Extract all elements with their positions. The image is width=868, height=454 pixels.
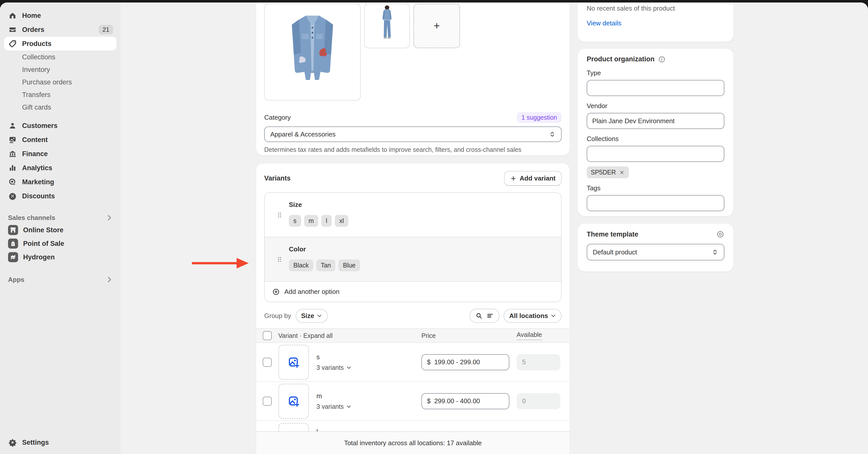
sidebar-item-home[interactable]: Home bbox=[4, 8, 117, 23]
search-filter-button[interactable] bbox=[469, 309, 500, 323]
sidebar-item-purchase-orders[interactable]: Purchase orders bbox=[4, 76, 117, 88]
info-icon[interactable] bbox=[658, 56, 665, 63]
tags-input[interactable] bbox=[587, 195, 724, 211]
view-details-link[interactable]: View details bbox=[587, 19, 621, 27]
add-another-option-button[interactable]: Add another option bbox=[265, 281, 561, 302]
variant-name: m bbox=[316, 392, 322, 400]
hydrogen-icon bbox=[8, 252, 18, 262]
denim-jacket-image bbox=[280, 10, 345, 93]
sidebar-item-transfers[interactable]: Transfers bbox=[4, 88, 117, 101]
sidebar-item-analytics[interactable]: Analytics bbox=[4, 161, 117, 175]
sidebar-item-customers[interactable]: Customers bbox=[4, 119, 117, 133]
variant-expand-toggle[interactable]: 3 variants bbox=[316, 364, 352, 371]
sidebar-item-label: Home bbox=[22, 12, 113, 20]
sidebar-item-collections[interactable]: Collections bbox=[4, 51, 117, 63]
updown-chevron-icon bbox=[549, 131, 556, 138]
header-variant-expand-all[interactable]: Variant · Expand all bbox=[278, 332, 333, 339]
sales-channels-header[interactable]: Sales channels bbox=[4, 212, 117, 223]
header-price: Price bbox=[422, 332, 436, 339]
plus-icon bbox=[510, 175, 517, 182]
sidebar-item-online-store[interactable]: Online Store bbox=[4, 223, 117, 237]
tags-label: Tags bbox=[587, 184, 724, 192]
type-input[interactable] bbox=[587, 80, 724, 96]
product-media-card: + Category 1 suggestion Apparel & Access… bbox=[256, 2, 569, 155]
locations-select[interactable]: All locations bbox=[503, 309, 562, 323]
content-icon bbox=[8, 135, 17, 144]
collection-tag-chip: SP5DER bbox=[587, 166, 629, 178]
variant-media-tile[interactable] bbox=[278, 384, 309, 419]
product-image-main[interactable] bbox=[264, 3, 361, 101]
annotation-arrow bbox=[191, 257, 249, 269]
sidebar-item-discounts[interactable]: Discounts bbox=[4, 189, 117, 203]
apps-header[interactable]: Apps bbox=[4, 274, 117, 285]
variant-row-s: s 3 variants bbox=[256, 343, 569, 382]
customers-icon bbox=[8, 121, 17, 130]
theme-template-card: Theme template Default product bbox=[578, 224, 733, 272]
drag-handle-icon[interactable] bbox=[276, 255, 283, 264]
image-add-icon bbox=[287, 356, 300, 369]
variant-row-m: m 3 variants bbox=[256, 382, 569, 421]
theme-template-title: Theme template bbox=[587, 230, 639, 238]
sidebar-item-finance[interactable]: Finance bbox=[4, 147, 117, 161]
sidebar-item-inventory[interactable]: Inventory bbox=[4, 63, 117, 76]
category-select[interactable]: Apparel & Accessories bbox=[264, 126, 562, 142]
discounts-icon bbox=[8, 192, 17, 201]
available-input[interactable] bbox=[517, 354, 560, 370]
group-by-select[interactable]: Size bbox=[296, 309, 328, 323]
image-add-icon bbox=[287, 395, 300, 407]
home-icon bbox=[8, 11, 17, 20]
variants-card: Variants Add variant Size s m l xl Color bbox=[256, 163, 569, 454]
sort-icon bbox=[487, 312, 494, 319]
collections-input[interactable] bbox=[587, 146, 724, 162]
option-value-chip: Blue bbox=[338, 259, 360, 271]
add-variant-button[interactable]: Add variant bbox=[504, 171, 562, 186]
no-recent-sales-text: No recent sales of this product bbox=[587, 4, 724, 12]
product-organization-title: Product organization bbox=[587, 55, 654, 63]
view-icon[interactable] bbox=[716, 230, 724, 238]
close-icon[interactable] bbox=[619, 169, 625, 175]
add-media-tile[interactable]: + bbox=[413, 3, 460, 48]
category-help-text: Determines tax rates and adds metafields… bbox=[264, 146, 562, 153]
vendor-label: Vendor bbox=[587, 102, 724, 110]
drag-handle-icon[interactable] bbox=[276, 211, 283, 219]
sidebar-item-orders[interactable]: Orders 21 bbox=[4, 23, 117, 37]
price-input[interactable] bbox=[422, 354, 509, 370]
sidebar-item-marketing[interactable]: Marketing bbox=[4, 175, 117, 189]
theme-template-select[interactable]: Default product bbox=[587, 244, 724, 260]
variant-expand-toggle[interactable]: 3 variants bbox=[316, 403, 352, 410]
select-all-checkbox[interactable] bbox=[263, 331, 272, 340]
sidebar-item-point-of-sale[interactable]: Point of Sale bbox=[4, 237, 117, 250]
total-inventory-bar: Total inventory across all locations: 17… bbox=[256, 431, 569, 454]
sidebar-item-settings[interactable]: Settings bbox=[4, 435, 117, 450]
option-value-chip: s bbox=[289, 215, 301, 227]
sidebar-item-label: Orders bbox=[22, 26, 94, 34]
sidebar-item-hydrogen[interactable]: Hydrogen bbox=[4, 250, 117, 264]
variant-options-box: Size s m l xl Color Black Tan Blue bbox=[264, 192, 562, 302]
row-checkbox[interactable] bbox=[263, 397, 272, 406]
variants-title: Variants bbox=[264, 174, 290, 182]
chevron-right-icon bbox=[105, 276, 113, 283]
chevron-down-icon bbox=[317, 313, 322, 318]
variants-table-header: Variant · Expand all Price Available bbox=[256, 328, 569, 343]
header-available[interactable]: Available bbox=[517, 331, 542, 340]
option-row-size[interactable]: Size s m l xl bbox=[265, 193, 561, 237]
variant-name: s bbox=[316, 353, 320, 361]
variant-media-tile[interactable] bbox=[278, 345, 309, 380]
option-value-chip: xl bbox=[335, 215, 348, 227]
price-input[interactable] bbox=[422, 393, 509, 409]
vendor-input[interactable] bbox=[587, 113, 724, 129]
option-value-chip: m bbox=[304, 215, 318, 227]
category-suggestion-badge[interactable]: 1 suggestion bbox=[517, 112, 562, 123]
option-name: Color bbox=[289, 245, 561, 253]
finance-icon bbox=[8, 149, 17, 159]
option-row-color[interactable]: Color Black Tan Blue bbox=[265, 237, 561, 281]
available-input[interactable] bbox=[517, 393, 560, 409]
sidebar-item-gift-cards[interactable]: Gift cards bbox=[4, 101, 117, 114]
sidebar-item-products[interactable]: Products bbox=[4, 37, 117, 51]
chevron-down-icon bbox=[346, 365, 352, 370]
sidebar-item-content[interactable]: Content bbox=[4, 133, 117, 147]
product-image-thumbnail[interactable] bbox=[364, 3, 410, 48]
type-label: Type bbox=[587, 69, 724, 77]
marketing-icon bbox=[8, 177, 17, 187]
row-checkbox[interactable] bbox=[263, 358, 272, 367]
